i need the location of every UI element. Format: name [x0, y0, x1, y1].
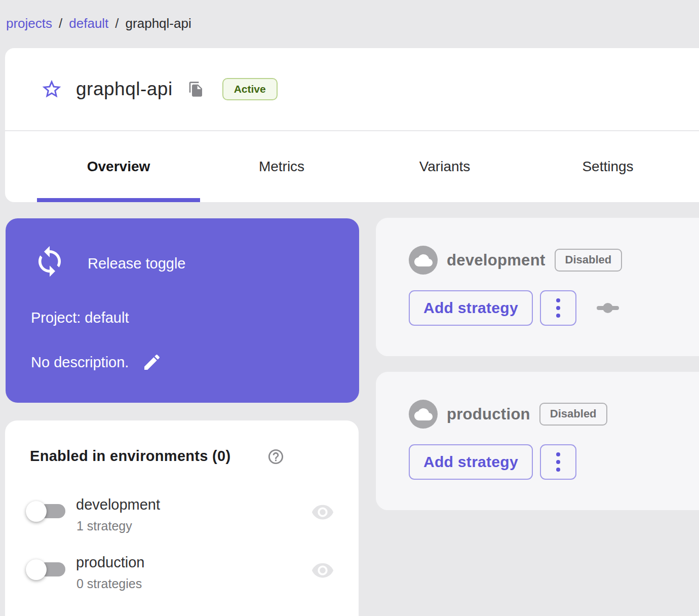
copy-icon[interactable] — [188, 81, 204, 97]
tab-metrics[interactable]: Metrics — [200, 131, 363, 202]
feature-title-row: graphql-api Active — [5, 48, 699, 130]
page-title: graphql-api — [76, 79, 173, 100]
description-text: No description. — [31, 354, 129, 371]
project-label: Project: default — [31, 310, 129, 326]
kebab-menu-button[interactable] — [540, 290, 576, 326]
breadcrumb: projects / default / graphql-api — [6, 16, 191, 31]
breadcrumb-current: graphql-api — [126, 16, 191, 31]
edit-description-icon[interactable] — [142, 352, 162, 372]
environment-name: production — [447, 405, 530, 423]
tab-bar: Overview Metrics Variants Settings — [5, 131, 699, 202]
environment-row-name: production — [76, 554, 144, 571]
loop-sync-icon — [33, 245, 66, 278]
kebab-dot — [556, 460, 560, 464]
kebab-dot — [556, 468, 560, 472]
tab-variants[interactable]: Variants — [363, 131, 526, 202]
eye-icon[interactable] — [311, 559, 334, 582]
status-badge: Active — [222, 78, 278, 100]
tab-label: Overview — [87, 159, 150, 175]
kebab-dot — [556, 314, 560, 318]
environment-panel-actions: Add strategy — [409, 444, 576, 480]
breadcrumb-link-default[interactable]: default — [69, 16, 108, 31]
toggle-production[interactable] — [26, 559, 66, 580]
environment-row-strategies: 1 strategy — [76, 519, 132, 533]
environment-row-name: development — [76, 496, 160, 513]
cloud-icon — [409, 246, 438, 275]
description-row: No description. — [31, 352, 162, 372]
active-tab-indicator — [37, 198, 200, 202]
favorite-star-icon[interactable] — [41, 78, 63, 100]
feature-overview-card: Release toggle Project: default No descr… — [6, 218, 359, 403]
add-strategy-button[interactable]: Add strategy — [409, 290, 533, 326]
strategy-slider-icon — [597, 303, 619, 313]
help-icon[interactable] — [267, 448, 285, 466]
feature-header-card: graphql-api Active Overview Metrics Vari… — [5, 48, 699, 202]
breadcrumb-link-projects[interactable]: projects — [6, 16, 52, 31]
add-strategy-button[interactable]: Add strategy — [409, 444, 533, 480]
enabled-environments-card: Enabled in environments (0) development … — [5, 420, 359, 616]
toggle-development[interactable] — [26, 501, 66, 522]
toggle-type-label: Release toggle — [88, 255, 185, 272]
tab-settings[interactable]: Settings — [526, 131, 689, 202]
kebab-dot — [556, 452, 560, 456]
kebab-menu-button[interactable] — [540, 444, 576, 480]
environment-panel-development: development Disabled Add strategy — [376, 218, 699, 356]
environments-card-title: Enabled in environments (0) — [30, 448, 230, 465]
kebab-dot — [556, 306, 560, 310]
tab-label: Metrics — [259, 159, 304, 175]
cloud-icon — [409, 400, 438, 429]
toggle-knob — [26, 559, 47, 580]
breadcrumb-separator: / — [59, 16, 62, 31]
environment-panel-production: production Disabled Add strategy — [376, 372, 699, 510]
kebab-dot — [556, 298, 560, 302]
toggle-knob — [26, 501, 47, 522]
eye-icon[interactable] — [311, 500, 334, 524]
tab-overview[interactable]: Overview — [37, 131, 200, 202]
environment-panel-header: development Disabled — [409, 246, 622, 275]
tab-label: Settings — [582, 159, 633, 175]
environment-status-badge: Disabled — [539, 403, 607, 425]
environment-status-badge: Disabled — [555, 249, 623, 271]
environment-name: development — [447, 251, 546, 270]
environment-panel-actions: Add strategy — [409, 290, 619, 326]
breadcrumb-separator: / — [115, 16, 119, 31]
environment-panel-header: production Disabled — [409, 400, 607, 429]
environment-row-strategies: 0 strategies — [76, 576, 142, 591]
tab-label: Variants — [419, 159, 471, 175]
